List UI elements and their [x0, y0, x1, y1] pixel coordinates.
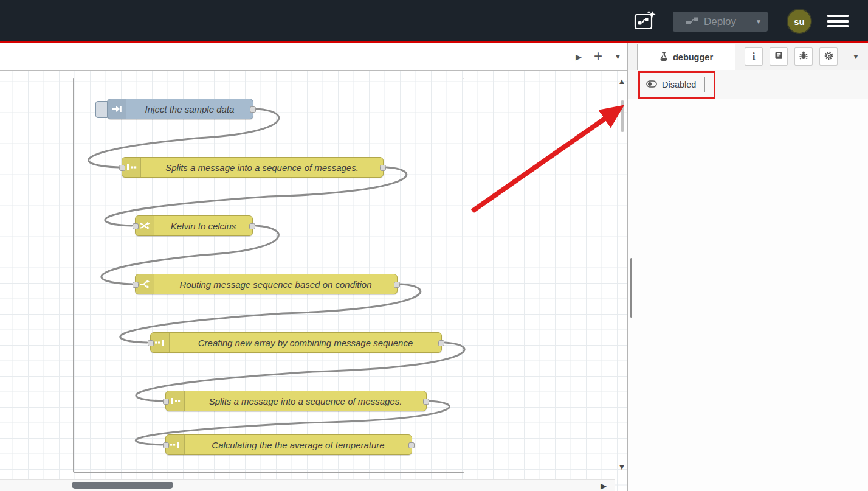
scroll-right-icon[interactable]: ▶ — [601, 481, 607, 490]
ai-flow-icon[interactable] — [633, 10, 656, 32]
input-port[interactable] — [163, 399, 169, 405]
disabled-label: Disabled — [662, 80, 696, 89]
flow-tab-bar: ▶ + ▼ — [0, 43, 627, 71]
flow-workspace: ▶ + ▼ ▲ ▼ ▶ Inject the sample dataSplits… — [0, 43, 627, 491]
inject-arrow-icon — [108, 99, 126, 119]
info-button[interactable]: i — [745, 47, 763, 66]
main-menu-icon[interactable] — [827, 15, 849, 27]
sidebar-menu-chevron-icon[interactable]: ▼ — [852, 52, 859, 61]
app-header: Deploy ▼ su — [0, 0, 868, 41]
flow-node[interactable]: Calculating the the average of temperatu… — [165, 434, 412, 455]
flow-node[interactable]: Splits a message into a sequence of mess… — [122, 157, 384, 178]
deploy-label: Deploy — [704, 16, 736, 28]
deploy-needed-indicator — [0, 41, 868, 43]
input-port[interactable] — [133, 223, 139, 229]
flow-node[interactable]: Routing message sequence based on condit… — [135, 274, 398, 294]
disabled-filter-button[interactable]: Disabled — [644, 77, 705, 92]
node-label: Creating new array by combining message … — [170, 333, 441, 352]
tab-scroll-right-icon[interactable]: ▶ — [576, 52, 582, 61]
add-flow-icon[interactable]: + — [594, 47, 602, 64]
deploy-nodes-icon — [686, 16, 699, 28]
flow-node[interactable]: Splits a message into a sequence of mess… — [165, 391, 427, 411]
node-label: Calculating the the average of temperatu… — [185, 435, 412, 454]
input-port[interactable] — [119, 165, 125, 171]
output-port[interactable] — [394, 282, 400, 288]
gear-icon — [824, 50, 834, 63]
output-port[interactable] — [380, 165, 386, 171]
book-icon — [774, 50, 784, 63]
input-port[interactable] — [133, 282, 139, 288]
flow-list-chevron-icon[interactable]: ▼ — [615, 53, 621, 60]
node-label: Splits a message into a sequence of mess… — [141, 158, 383, 177]
inject-button[interactable] — [95, 101, 108, 118]
output-port[interactable] — [250, 106, 256, 113]
tab-debugger[interactable]: debugger — [637, 44, 735, 70]
horizontal-scrollbar-thumb[interactable] — [72, 482, 173, 489]
flow-node[interactable]: Inject the sample data — [107, 99, 253, 119]
debug-messages-panel — [628, 99, 868, 491]
sidebar-tab-label: debugger — [673, 52, 713, 62]
debug-toolbar: Disabled — [628, 70, 868, 99]
scroll-up-icon[interactable]: ▲ — [616, 77, 627, 86]
scroll-down-icon[interactable]: ▼ — [616, 462, 627, 472]
deploy-options-chevron-icon[interactable]: ▼ — [749, 12, 768, 32]
output-port[interactable] — [423, 399, 429, 405]
sidebar-tab-bar: debugger i — [628, 43, 868, 71]
right-sidebar: debugger i — [627, 43, 868, 491]
user-avatar[interactable]: su — [788, 10, 811, 33]
node-label: Routing message sequence based on condit… — [154, 274, 397, 294]
output-port[interactable] — [438, 340, 444, 346]
docs-button[interactable] — [770, 47, 788, 66]
sidebar-resize-handle[interactable] — [630, 258, 632, 318]
bug-icon — [799, 50, 808, 63]
flow-canvas[interactable]: ▲ ▼ ▶ Inject the sample dataSplits a mes… — [0, 70, 627, 491]
deploy-button[interactable]: Deploy ▼ — [673, 12, 768, 32]
horizontal-scrollbar-track[interactable] — [0, 479, 615, 491]
input-port[interactable] — [163, 442, 169, 448]
output-port[interactable] — [408, 442, 415, 448]
output-port[interactable] — [249, 223, 255, 229]
flow-node[interactable]: Creating new array by combining message … — [150, 332, 442, 353]
node-label: Kelvin to celcius — [154, 216, 252, 235]
flow-node[interactable]: Kelvin to celcius — [135, 215, 253, 236]
input-port[interactable] — [148, 340, 154, 346]
node-label: Inject the sample data — [126, 99, 253, 119]
settings-button[interactable] — [819, 47, 838, 66]
debug-button[interactable] — [794, 47, 813, 66]
toggle-icon — [646, 80, 657, 89]
vertical-scrollbar-thumb[interactable] — [621, 100, 624, 132]
node-label: Splits a message into a sequence of mess… — [185, 391, 426, 411]
flask-icon — [660, 51, 668, 63]
info-icon: i — [753, 50, 756, 63]
